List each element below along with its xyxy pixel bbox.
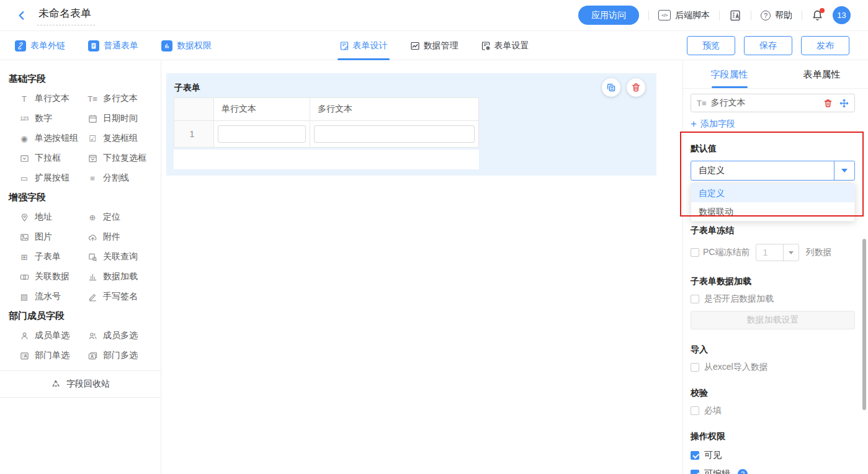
field-item-number[interactable]: 123 数字 — [19, 109, 87, 128]
section-title-enhanced-fields: 增强字段 — [9, 192, 161, 203]
editable-label: 可编辑 — [704, 468, 730, 474]
field-item-extend-button[interactable]: ▭ 扩展按钮 — [19, 168, 87, 188]
data-load-checkbox[interactable] — [691, 295, 699, 303]
visible-checkbox[interactable] — [691, 451, 699, 460]
trash-icon — [631, 83, 641, 92]
field-item-datetime[interactable]: 日期时间 — [87, 109, 161, 128]
app-access-button[interactable]: 应用访问 — [578, 6, 639, 25]
data-load-settings-button[interactable]: 数据加载设置 — [691, 311, 855, 329]
delete-field-icon[interactable] — [823, 99, 833, 108]
field-item-dropdown-multi[interactable]: 下拉复选框 — [87, 148, 161, 168]
multi-line-text-icon: T≡ — [697, 99, 707, 108]
select-arrow-button[interactable] — [834, 161, 854, 180]
field-item-member-single[interactable]: 成员单选 — [19, 326, 87, 346]
serial-number-icon: ▤ — [19, 292, 30, 302]
field-item-serial-number[interactable]: ▤ 流水号 — [19, 287, 87, 306]
dropdown-option-custom[interactable]: 自定义 — [691, 184, 854, 202]
delete-component-button[interactable] — [627, 78, 645, 97]
divider-icon: ≡ — [87, 174, 98, 183]
single-line-text-input[interactable] — [218, 125, 306, 143]
field-item-checkbox-group[interactable]: ☑ 复选框组 — [87, 128, 161, 148]
field-item-dropdown[interactable]: 下拉框 — [19, 148, 87, 168]
row-index-header — [174, 98, 214, 121]
field-item-attachment[interactable]: 附件 — [87, 227, 161, 247]
field-item-image[interactable]: 图片 — [19, 227, 87, 247]
pill-icon: ▭ — [19, 174, 30, 183]
editable-help-icon[interactable]: ? — [738, 469, 748, 474]
editable-checkbox[interactable] — [691, 470, 699, 474]
subform-table: 单行文本 多行文本 1 — [174, 97, 479, 148]
divider — [751, 11, 751, 20]
form-settings-icon — [481, 41, 491, 51]
field-recycle-bin-button[interactable]: 字段回收站 — [0, 370, 161, 398]
notification-bell-icon[interactable] — [812, 9, 823, 21]
single-line-text-icon: T — [19, 94, 30, 104]
page-title[interactable]: 未命名表单 — [37, 5, 95, 25]
field-item-multi-line-text[interactable]: T≡ 多行文本 — [87, 89, 161, 109]
department-multi-icon — [87, 351, 98, 360]
chevron-down-icon — [841, 169, 848, 172]
normal-form-button[interactable]: 普通表单 — [88, 40, 138, 51]
field-item-subform[interactable]: ⊞ 子表单 — [19, 247, 87, 267]
move-field-icon[interactable] — [839, 99, 849, 108]
tab-field-properties[interactable]: 字段属性 — [683, 61, 776, 88]
back-icon[interactable] — [16, 10, 27, 21]
excel-import-checkbox[interactable] — [691, 363, 699, 372]
api-docs-icon[interactable] — [729, 9, 741, 22]
publish-button[interactable]: 发布 — [801, 36, 849, 55]
panel-scrollbar-thumb[interactable] — [862, 239, 866, 410]
field-item-signature[interactable]: 手写签名 — [87, 287, 161, 306]
tab-form-design[interactable]: 表单设计 — [339, 32, 388, 60]
excel-import-label: 从excel导入数据 — [704, 362, 768, 373]
section-title-basic-fields: 基础字段 — [9, 73, 161, 85]
properties-panel: 字段属性 表单属性 T≡ 多行文本 — [682, 61, 868, 474]
save-button[interactable]: 保存 — [744, 36, 792, 55]
tab-form-properties[interactable]: 表单属性 — [776, 61, 868, 88]
recycle-icon — [51, 379, 61, 389]
tab-form-settings[interactable]: 表单设置 — [481, 32, 529, 60]
field-item-single-line-text[interactable]: T 单行文本 — [19, 89, 87, 109]
number-icon: 123 — [19, 115, 30, 122]
tab-data-management[interactable]: 数据管理 — [410, 32, 459, 60]
dropdown-option-data-linkage[interactable]: 数据联动 — [691, 202, 854, 221]
field-item-linked-data[interactable]: 关联数据 — [19, 267, 87, 287]
field-item-locate[interactable]: ⊕ 定位 — [87, 207, 161, 227]
multi-line-text-icon: T≡ — [87, 94, 98, 104]
help-button[interactable]: ? 帮助 — [761, 10, 792, 21]
people-icon — [87, 331, 98, 341]
app-header: 未命名表单 应用访问 </> 后端脚本 ? 帮助 — [0, 0, 868, 31]
field-item-member-multi[interactable]: 成员多选 — [87, 326, 161, 346]
link-icon — [15, 40, 26, 51]
freeze-count-select[interactable]: 1 — [756, 244, 799, 261]
plus-icon: + — [691, 120, 697, 128]
form-external-link-button[interactable]: 表单外链 — [15, 40, 65, 51]
column-header: 多行文本 — [310, 98, 478, 121]
default-value-select[interactable]: 自定义 — [691, 161, 855, 181]
form-design-canvas[interactable]: 子表单 — [162, 61, 682, 474]
field-item-data-load[interactable]: 数据加载 — [87, 267, 161, 287]
data-permission-button[interactable]: 数据权限 — [161, 40, 212, 51]
selected-field-chip[interactable]: T≡ 多行文本 — [691, 94, 855, 112]
row-index-cell: 1 — [174, 121, 214, 147]
add-field-button[interactable]: + 添加字段 — [691, 118, 735, 130]
field-item-dept-multi[interactable]: 部门多选 — [87, 346, 161, 365]
freeze-checkbox[interactable] — [691, 248, 699, 257]
field-item-dept-single[interactable]: 部门单选 — [19, 346, 87, 365]
field-item-linked-query[interactable]: 关联查询 — [87, 247, 161, 267]
person-icon — [19, 331, 30, 341]
cloud-upload-icon — [87, 233, 98, 242]
default-value-selected: 自定义 — [691, 161, 834, 180]
subform-component-selected[interactable]: 子表单 — [166, 73, 656, 176]
subform-add-row-area[interactable] — [174, 150, 479, 169]
required-checkbox[interactable] — [691, 406, 699, 415]
multi-line-text-input[interactable] — [314, 125, 475, 143]
subform-freeze-title: 子表单冻结 — [691, 225, 855, 236]
field-item-radio-group[interactable]: ◉ 单选按钮组 — [19, 128, 87, 148]
field-item-address[interactable]: 地址 — [19, 207, 87, 227]
avatar[interactable]: 13 — [833, 6, 851, 24]
field-item-divider-line[interactable]: ≡ 分割线 — [87, 168, 161, 188]
preview-button[interactable]: 预览 — [687, 36, 735, 55]
backend-script-button[interactable]: </> 后端脚本 — [658, 10, 710, 21]
copy-component-button[interactable] — [602, 78, 620, 97]
freeze-select-arrow[interactable] — [783, 244, 799, 261]
